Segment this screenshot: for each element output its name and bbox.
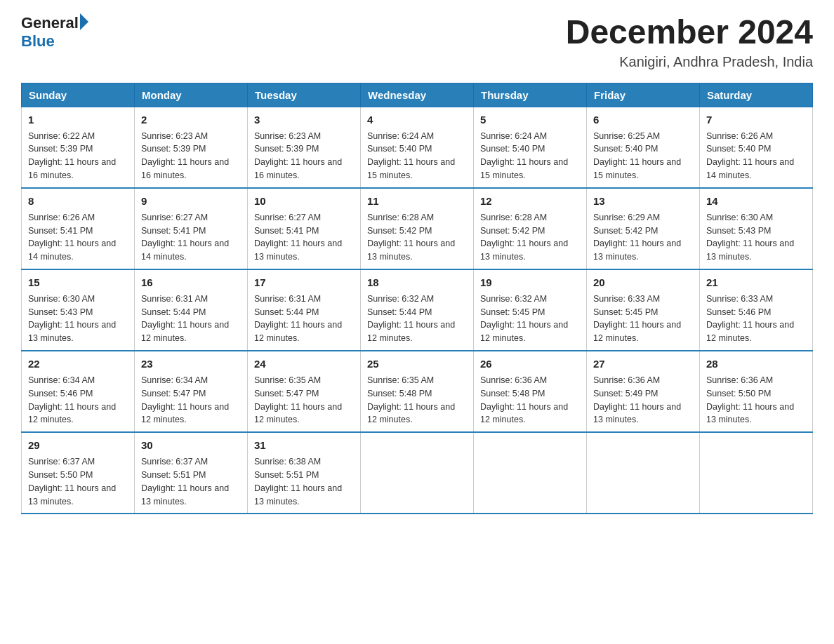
day-info: Sunrise: 6:26 AMSunset: 5:41 PMDaylight:… (28, 213, 116, 262)
day-info: Sunrise: 6:32 AMSunset: 5:45 PMDaylight:… (480, 294, 568, 344)
calendar-cell (587, 432, 700, 514)
logo: General Blue (21, 14, 88, 51)
day-info: Sunrise: 6:30 AMSunset: 5:43 PMDaylight:… (706, 213, 794, 262)
day-number: 24 (254, 356, 354, 372)
calendar-cell: 9 Sunrise: 6:27 AMSunset: 5:41 PMDayligh… (135, 188, 248, 269)
calendar-header-tuesday: Tuesday (248, 83, 361, 107)
day-info: Sunrise: 6:31 AMSunset: 5:44 PMDaylight:… (141, 294, 229, 344)
calendar-cell: 21 Sunrise: 6:33 AMSunset: 5:46 PMDaylig… (700, 269, 813, 351)
day-number: 5 (480, 112, 580, 128)
day-number: 21 (706, 275, 806, 290)
day-number: 27 (593, 356, 693, 372)
calendar-cell: 3 Sunrise: 6:23 AMSunset: 5:39 PMDayligh… (248, 107, 361, 188)
day-info: Sunrise: 6:22 AMSunset: 5:39 PMDaylight:… (28, 131, 116, 181)
day-number: 11 (367, 194, 467, 209)
day-info: Sunrise: 6:24 AMSunset: 5:40 PMDaylight:… (480, 131, 568, 181)
calendar-cell: 26 Sunrise: 6:36 AMSunset: 5:48 PMDaylig… (474, 351, 587, 432)
day-number: 16 (141, 275, 241, 290)
calendar-cell: 24 Sunrise: 6:35 AMSunset: 5:47 PMDaylig… (248, 351, 361, 432)
calendar-week-row: 22 Sunrise: 6:34 AMSunset: 5:46 PMDaylig… (22, 351, 813, 432)
location-title: Kanigiri, Andhra Pradesh, India (566, 54, 813, 70)
day-number: 6 (593, 112, 693, 128)
day-info: Sunrise: 6:31 AMSunset: 5:44 PMDaylight:… (254, 294, 342, 344)
day-info: Sunrise: 6:28 AMSunset: 5:42 PMDaylight:… (367, 213, 455, 262)
calendar-cell: 30 Sunrise: 6:37 AMSunset: 5:51 PMDaylig… (135, 432, 248, 514)
calendar-cell: 1 Sunrise: 6:22 AMSunset: 5:39 PMDayligh… (22, 107, 135, 188)
day-info: Sunrise: 6:27 AMSunset: 5:41 PMDaylight:… (254, 213, 342, 262)
calendar-cell: 25 Sunrise: 6:35 AMSunset: 5:48 PMDaylig… (361, 351, 474, 432)
calendar-week-row: 29 Sunrise: 6:37 AMSunset: 5:50 PMDaylig… (22, 432, 813, 514)
day-info: Sunrise: 6:30 AMSunset: 5:43 PMDaylight:… (28, 294, 116, 344)
calendar-cell: 6 Sunrise: 6:25 AMSunset: 5:40 PMDayligh… (587, 107, 700, 188)
calendar-cell: 5 Sunrise: 6:24 AMSunset: 5:40 PMDayligh… (474, 107, 587, 188)
calendar-week-row: 1 Sunrise: 6:22 AMSunset: 5:39 PMDayligh… (22, 107, 813, 188)
calendar-cell: 29 Sunrise: 6:37 AMSunset: 5:50 PMDaylig… (22, 432, 135, 514)
day-number: 17 (254, 275, 354, 290)
calendar-week-row: 8 Sunrise: 6:26 AMSunset: 5:41 PMDayligh… (22, 188, 813, 269)
day-info: Sunrise: 6:35 AMSunset: 5:48 PMDaylight:… (367, 375, 455, 425)
calendar-cell: 2 Sunrise: 6:23 AMSunset: 5:39 PMDayligh… (135, 107, 248, 188)
day-info: Sunrise: 6:27 AMSunset: 5:41 PMDaylight:… (141, 213, 229, 262)
calendar-cell (474, 432, 587, 514)
calendar-cell: 19 Sunrise: 6:32 AMSunset: 5:45 PMDaylig… (474, 269, 587, 351)
calendar-cell: 28 Sunrise: 6:36 AMSunset: 5:50 PMDaylig… (700, 351, 813, 432)
day-number: 14 (706, 194, 806, 209)
day-info: Sunrise: 6:35 AMSunset: 5:47 PMDaylight:… (254, 375, 342, 425)
day-number: 12 (480, 194, 580, 209)
day-info: Sunrise: 6:37 AMSunset: 5:50 PMDaylight:… (28, 457, 116, 507)
calendar-body: 1 Sunrise: 6:22 AMSunset: 5:39 PMDayligh… (22, 107, 813, 514)
calendar-cell (361, 432, 474, 514)
day-number: 30 (141, 438, 241, 453)
calendar-cell: 27 Sunrise: 6:36 AMSunset: 5:49 PMDaylig… (587, 351, 700, 432)
day-number: 18 (367, 275, 467, 290)
day-info: Sunrise: 6:26 AMSunset: 5:40 PMDaylight:… (706, 131, 794, 181)
page-header: General Blue December 2024 Kanigiri, And… (21, 14, 813, 70)
day-info: Sunrise: 6:29 AMSunset: 5:42 PMDaylight:… (593, 213, 681, 262)
day-number: 4 (367, 112, 467, 128)
day-number: 22 (28, 356, 128, 372)
day-info: Sunrise: 6:33 AMSunset: 5:46 PMDaylight:… (706, 294, 794, 344)
calendar-header-sunday: Sunday (22, 83, 135, 107)
day-info: Sunrise: 6:34 AMSunset: 5:47 PMDaylight:… (141, 375, 229, 425)
title-section: December 2024 Kanigiri, Andhra Pradesh, … (566, 14, 813, 70)
day-number: 31 (254, 438, 354, 453)
calendar-header-thursday: Thursday (474, 83, 587, 107)
calendar-cell: 7 Sunrise: 6:26 AMSunset: 5:40 PMDayligh… (700, 107, 813, 188)
day-info: Sunrise: 6:24 AMSunset: 5:40 PMDaylight:… (367, 131, 455, 181)
calendar-cell: 8 Sunrise: 6:26 AMSunset: 5:41 PMDayligh… (22, 188, 135, 269)
month-title: December 2024 (566, 14, 813, 51)
calendar-header-wednesday: Wednesday (361, 83, 474, 107)
day-info: Sunrise: 6:36 AMSunset: 5:49 PMDaylight:… (593, 375, 681, 425)
calendar-cell: 11 Sunrise: 6:28 AMSunset: 5:42 PMDaylig… (361, 188, 474, 269)
day-number: 29 (28, 438, 128, 453)
day-number: 2 (141, 112, 241, 128)
logo-general-text: General (21, 14, 79, 32)
calendar-cell: 23 Sunrise: 6:34 AMSunset: 5:47 PMDaylig… (135, 351, 248, 432)
calendar-cell: 18 Sunrise: 6:32 AMSunset: 5:44 PMDaylig… (361, 269, 474, 351)
calendar-cell: 13 Sunrise: 6:29 AMSunset: 5:42 PMDaylig… (587, 188, 700, 269)
day-number: 13 (593, 194, 693, 209)
calendar-cell: 14 Sunrise: 6:30 AMSunset: 5:43 PMDaylig… (700, 188, 813, 269)
day-number: 1 (28, 112, 128, 128)
day-number: 7 (706, 112, 806, 128)
day-number: 15 (28, 275, 128, 290)
calendar-week-row: 15 Sunrise: 6:30 AMSunset: 5:43 PMDaylig… (22, 269, 813, 351)
calendar-cell: 15 Sunrise: 6:30 AMSunset: 5:43 PMDaylig… (22, 269, 135, 351)
day-info: Sunrise: 6:28 AMSunset: 5:42 PMDaylight:… (480, 213, 568, 262)
calendar-cell: 12 Sunrise: 6:28 AMSunset: 5:42 PMDaylig… (474, 188, 587, 269)
day-info: Sunrise: 6:36 AMSunset: 5:48 PMDaylight:… (480, 375, 568, 425)
calendar-cell (700, 432, 813, 514)
day-number: 25 (367, 356, 467, 372)
day-number: 10 (254, 194, 354, 209)
day-number: 3 (254, 112, 354, 128)
calendar-cell: 22 Sunrise: 6:34 AMSunset: 5:46 PMDaylig… (22, 351, 135, 432)
day-number: 9 (141, 194, 241, 209)
logo-blue-text: Blue (21, 32, 55, 51)
day-number: 23 (141, 356, 241, 372)
day-info: Sunrise: 6:34 AMSunset: 5:46 PMDaylight:… (28, 375, 116, 425)
day-info: Sunrise: 6:37 AMSunset: 5:51 PMDaylight:… (141, 457, 229, 507)
day-info: Sunrise: 6:33 AMSunset: 5:45 PMDaylight:… (593, 294, 681, 344)
day-info: Sunrise: 6:25 AMSunset: 5:40 PMDaylight:… (593, 131, 681, 181)
calendar-cell: 10 Sunrise: 6:27 AMSunset: 5:41 PMDaylig… (248, 188, 361, 269)
calendar-header-monday: Monday (135, 83, 248, 107)
